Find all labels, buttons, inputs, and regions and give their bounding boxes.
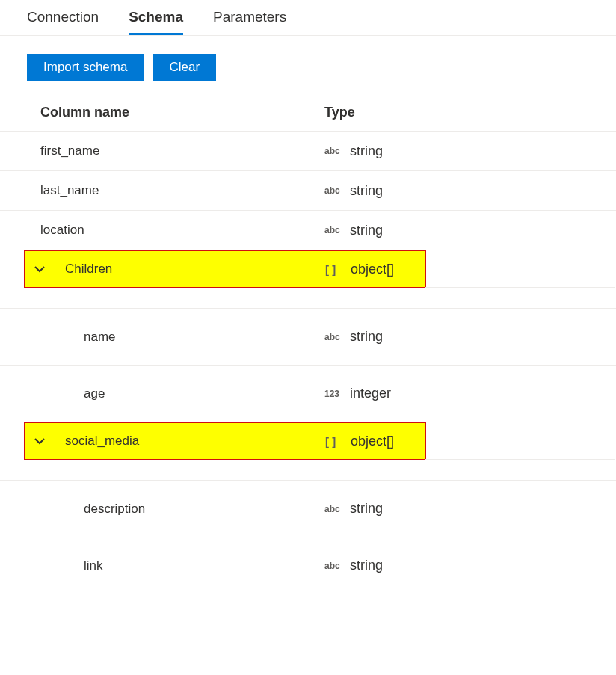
column-name-cell: first_name: [40, 144, 324, 158]
column-type-cell: 123 integer: [324, 386, 616, 401]
header-type: Type: [324, 105, 616, 120]
column-name-cell: description: [40, 502, 324, 517]
type-label: string: [350, 144, 383, 159]
type-label: object[]: [351, 262, 394, 277]
type-label: string: [350, 501, 383, 517]
column-type-cell: abc string: [324, 223, 616, 238]
column-type-cell: abc string: [324, 329, 616, 345]
tab-connection[interactable]: Connection: [27, 9, 99, 35]
type-label: string: [350, 223, 383, 238]
column-type-cell: abc string: [324, 183, 616, 199]
group-spacer: [0, 288, 616, 309]
type-label: object[]: [351, 434, 394, 449]
group-row-social-media[interactable]: social_media [ ] object[]: [24, 422, 426, 460]
column-name-cell: link: [40, 558, 324, 573]
tabs-container: Connection Schema Parameters: [0, 0, 616, 36]
chevron-down-icon[interactable]: [25, 435, 55, 447]
table-row[interactable]: link abc string: [0, 537, 616, 594]
schema-toolbar: Import schema Clear: [0, 36, 616, 99]
group-spacer: [0, 460, 616, 481]
clear-button[interactable]: Clear: [153, 54, 216, 81]
array-icon: [ ]: [325, 263, 345, 276]
column-name-cell: Children: [55, 262, 325, 277]
number-icon: 123: [324, 389, 344, 399]
table-row[interactable]: first_name abc string: [0, 132, 616, 171]
group-row-children[interactable]: Children [ ] object[]: [24, 250, 426, 288]
column-name-cell: name: [40, 330, 324, 345]
abc-icon: abc: [324, 504, 344, 514]
table-row[interactable]: description abc string: [0, 481, 616, 537]
tab-parameters[interactable]: Parameters: [213, 9, 286, 35]
table-row[interactable]: location abc string: [0, 211, 616, 250]
table-row[interactable]: age 123 integer: [0, 366, 616, 422]
type-label: string: [350, 558, 383, 573]
column-name-cell: social_media: [55, 434, 325, 449]
column-name-cell: age: [40, 386, 324, 401]
type-label: string: [350, 329, 383, 345]
column-type-cell: abc string: [324, 558, 616, 573]
schema-table: Column name Type first_name abc string l…: [0, 99, 616, 594]
social-media-nested-group: description abc string link abc string: [0, 481, 616, 594]
column-name-cell: last_name: [40, 183, 324, 198]
header-column-name: Column name: [40, 105, 324, 120]
type-label: integer: [350, 386, 391, 401]
column-type-cell: abc string: [324, 501, 616, 517]
column-name-cell: location: [40, 223, 324, 238]
table-header: Column name Type: [0, 99, 616, 132]
chevron-down-icon[interactable]: [25, 263, 55, 275]
tab-schema[interactable]: Schema: [129, 9, 183, 35]
table-row[interactable]: name abc string: [0, 309, 616, 366]
table-row[interactable]: last_name abc string: [0, 171, 616, 211]
abc-icon: abc: [324, 185, 344, 196]
column-type-cell: [ ] object[]: [325, 434, 425, 449]
column-type-cell: abc string: [324, 144, 616, 159]
column-type-cell: [ ] object[]: [325, 262, 425, 277]
abc-icon: abc: [324, 561, 344, 571]
array-icon: [ ]: [325, 435, 345, 448]
abc-icon: abc: [324, 146, 344, 156]
type-label: string: [350, 183, 383, 199]
abc-icon: abc: [324, 332, 344, 342]
import-schema-button[interactable]: Import schema: [27, 54, 144, 81]
children-nested-group: name abc string age 123 integer: [0, 309, 616, 422]
abc-icon: abc: [324, 225, 344, 235]
